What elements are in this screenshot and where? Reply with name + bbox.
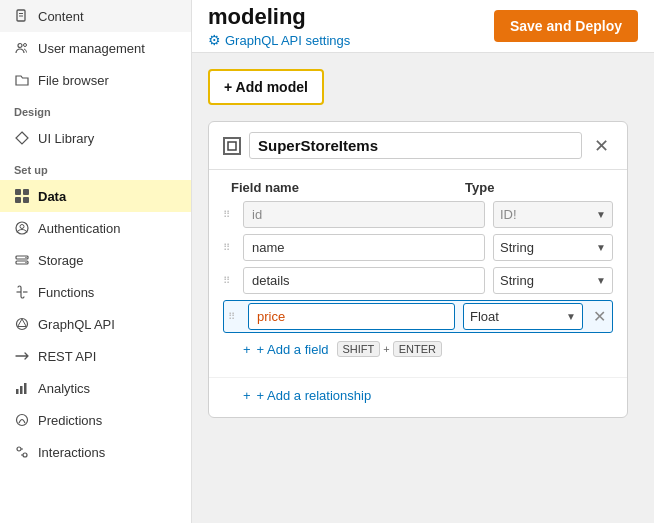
drag-handle[interactable]: ⠿ bbox=[223, 209, 235, 220]
drag-handle[interactable]: ⠿ bbox=[223, 242, 235, 253]
model-card-icon bbox=[223, 137, 241, 155]
svg-point-18 bbox=[17, 319, 28, 330]
sidebar-item-label: Analytics bbox=[38, 381, 90, 396]
sidebar-item-label: Predictions bbox=[38, 413, 102, 428]
graphql-icon bbox=[14, 316, 30, 332]
svg-point-24 bbox=[17, 447, 21, 451]
sidebar-item-file-browser[interactable]: File browser bbox=[0, 64, 191, 96]
rest-icon bbox=[14, 348, 30, 364]
chevron-down-icon: ▼ bbox=[596, 242, 606, 253]
keyboard-shortcut-badge: SHIFT + ENTER bbox=[337, 341, 443, 357]
svg-rect-8 bbox=[15, 197, 21, 203]
user-circle-icon bbox=[14, 220, 30, 236]
model-card-header: ✕ bbox=[209, 122, 627, 170]
sidebar-item-interactions[interactable]: Interactions bbox=[0, 436, 191, 468]
svg-marker-5 bbox=[16, 132, 28, 144]
sidebar-item-label: Storage bbox=[38, 253, 84, 268]
sidebar-item-functions[interactable]: Functions bbox=[0, 276, 191, 308]
field-type-value: Float bbox=[470, 309, 499, 324]
chevron-down-icon: ▼ bbox=[596, 209, 606, 220]
svg-rect-9 bbox=[23, 197, 29, 203]
field-type-select-price[interactable]: Float ▼ bbox=[463, 303, 583, 330]
svg-rect-22 bbox=[24, 383, 27, 394]
add-field-button[interactable]: + + Add a field bbox=[243, 342, 329, 357]
svg-point-25 bbox=[23, 453, 27, 457]
add-field-row: + + Add a field SHIFT + ENTER bbox=[243, 341, 613, 357]
main-content: modeling ⚙ GraphQL API settings Save and… bbox=[192, 0, 654, 523]
field-type-value: String bbox=[500, 273, 534, 288]
drag-handle[interactable]: ⠿ bbox=[228, 311, 240, 322]
field-row-details: ⠿ String ▼ bbox=[223, 267, 613, 294]
field-type-value: ID! bbox=[500, 207, 517, 222]
svg-rect-21 bbox=[20, 386, 23, 394]
field-type-select-details[interactable]: String ▼ bbox=[493, 267, 613, 294]
sidebar-item-storage[interactable]: Storage bbox=[0, 244, 191, 276]
model-card: ✕ Field name Type ⠿ ID! ▼ bbox=[208, 121, 628, 418]
sidebar-item-label: Authentication bbox=[38, 221, 120, 236]
save-deploy-button[interactable]: Save and Deploy bbox=[494, 10, 638, 42]
content-area: + Add model ✕ Field name Type bbox=[192, 53, 654, 523]
settings-icon: ⚙ bbox=[208, 32, 221, 48]
shift-key: SHIFT bbox=[337, 341, 381, 357]
field-name-input-details[interactable] bbox=[243, 267, 485, 294]
field-name-header: Field name bbox=[231, 180, 457, 195]
field-name-input-name[interactable] bbox=[243, 234, 485, 261]
functions-icon bbox=[14, 284, 30, 300]
sidebar-item-label: Functions bbox=[38, 285, 94, 300]
field-name-input-price[interactable] bbox=[248, 303, 455, 330]
data-icon bbox=[14, 188, 30, 204]
storage-icon bbox=[14, 252, 30, 268]
field-row-id: ⠿ ID! ▼ bbox=[223, 201, 613, 228]
folder-icon bbox=[14, 72, 30, 88]
sidebar-item-content[interactable]: Content bbox=[0, 0, 191, 32]
graphql-api-settings-link[interactable]: GraphQL API settings bbox=[225, 33, 350, 48]
sidebar-item-predictions[interactable]: Predictions bbox=[0, 404, 191, 436]
sidebar-item-label: File browser bbox=[38, 73, 109, 88]
sidebar-item-label: Data bbox=[38, 189, 66, 204]
sidebar-item-ui-library[interactable]: UI Library bbox=[0, 122, 191, 154]
add-relationship-row: + + Add a relationship bbox=[209, 377, 627, 417]
sidebar-item-label: User management bbox=[38, 41, 145, 56]
sidebar-item-user-management[interactable]: User management bbox=[0, 32, 191, 64]
sidebar-item-label: Content bbox=[38, 9, 84, 24]
setup-section-label: Set up bbox=[0, 154, 191, 180]
add-relationship-button[interactable]: + + Add a relationship bbox=[243, 388, 371, 403]
field-row-price: ⠿ Float ▼ ✕ bbox=[223, 300, 613, 333]
svg-point-3 bbox=[18, 44, 22, 48]
svg-point-4 bbox=[24, 44, 27, 47]
enter-key: ENTER bbox=[393, 341, 442, 357]
design-section-label: Design bbox=[0, 96, 191, 122]
fields-table: Field name Type ⠿ ID! ▼ ⠿ bbox=[209, 170, 627, 371]
field-type-select-id[interactable]: ID! ▼ bbox=[493, 201, 613, 228]
chevron-down-icon: ▼ bbox=[596, 275, 606, 286]
plus-icon: + bbox=[243, 388, 251, 403]
delete-field-price-button[interactable]: ✕ bbox=[591, 307, 608, 326]
sidebar-item-label: REST API bbox=[38, 349, 96, 364]
model-name-input[interactable] bbox=[249, 132, 582, 159]
sidebar-item-label: GraphQL API bbox=[38, 317, 115, 332]
sidebar: Content User management File browser Des… bbox=[0, 0, 192, 523]
sidebar-item-authentication[interactable]: Authentication bbox=[0, 212, 191, 244]
svg-rect-28 bbox=[228, 142, 236, 150]
add-model-button[interactable]: + Add model bbox=[208, 69, 324, 105]
file-icon bbox=[14, 8, 30, 24]
svg-point-14 bbox=[25, 257, 26, 258]
drag-handle[interactable]: ⠿ bbox=[223, 275, 235, 286]
sidebar-item-label: Interactions bbox=[38, 445, 105, 460]
predictions-icon bbox=[14, 412, 30, 428]
field-type-select-name[interactable]: String ▼ bbox=[493, 234, 613, 261]
sidebar-item-label: UI Library bbox=[38, 131, 94, 146]
field-name-input-id[interactable] bbox=[243, 201, 485, 228]
svg-rect-6 bbox=[15, 189, 21, 195]
model-close-button[interactable]: ✕ bbox=[590, 135, 613, 157]
page-header: modeling ⚙ GraphQL API settings Save and… bbox=[192, 0, 654, 53]
sidebar-item-rest-api[interactable]: REST API bbox=[0, 340, 191, 372]
svg-rect-20 bbox=[16, 389, 19, 394]
plus-separator: + bbox=[383, 343, 389, 355]
sidebar-item-analytics[interactable]: Analytics bbox=[0, 372, 191, 404]
field-row-name: ⠿ String ▼ bbox=[223, 234, 613, 261]
analytics-icon bbox=[14, 380, 30, 396]
sidebar-item-graphql-api[interactable]: GraphQL API bbox=[0, 308, 191, 340]
interactions-icon bbox=[14, 444, 30, 460]
sidebar-item-data[interactable]: Data bbox=[0, 180, 191, 212]
